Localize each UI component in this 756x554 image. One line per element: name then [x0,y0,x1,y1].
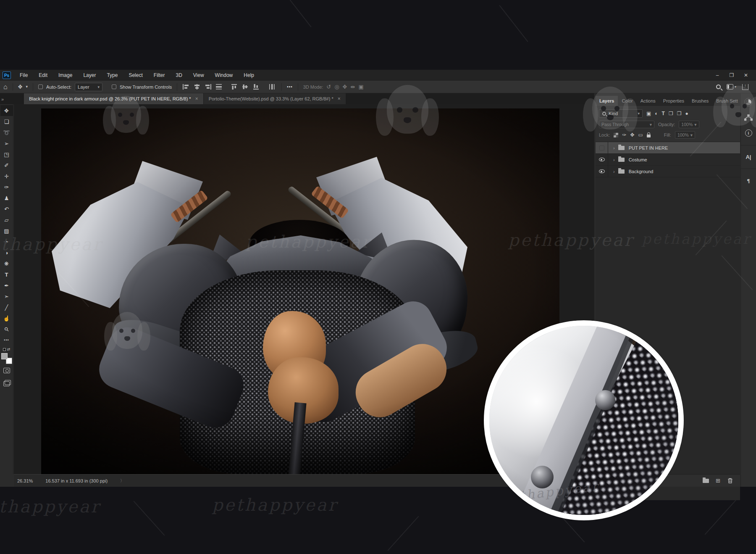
close-button[interactable]: ✕ [740,72,752,78]
lock-artboard-icon[interactable]: ▭ [638,132,643,138]
tab-overflow-chevron[interactable]: » [0,97,5,104]
align-bottom-edges-icon[interactable] [253,84,260,90]
menu-filter[interactable]: Filter [148,72,171,78]
tab-layers[interactable]: Layers [596,96,618,106]
threed-orbit-icon[interactable]: ↺ [326,84,331,90]
lock-transparency-icon[interactable] [614,133,618,137]
pen-tool[interactable]: ✒ [0,280,13,291]
zoom-level[interactable]: 26.31% [17,478,33,483]
eyedropper-tool[interactable]: ✐ [0,160,13,171]
sponge-tool[interactable]: ❋ [0,258,13,269]
lock-all-icon[interactable] [647,135,651,137]
color-wheel-icon[interactable] [745,98,752,106]
healing-brush-tool[interactable]: ✛ [0,171,13,182]
dodge-tool[interactable]: ◑ [0,247,13,258]
new-group-button[interactable] [703,479,709,483]
tab-brush-settings[interactable]: Brush Sett [712,96,741,106]
menu-layer[interactable]: Layer [78,72,101,78]
history-brush-tool[interactable]: ↶ [0,203,13,214]
swap-colors-icon[interactable]: ⇄ [3,347,10,351]
align-vertical-centers-icon[interactable] [242,84,249,90]
rectangular-marquee-tool[interactable]: ❏ [0,116,13,127]
opacity-value[interactable]: 100% ▾ [679,121,699,128]
search-icon[interactable] [716,84,721,89]
brush-tool[interactable]: ✑ [0,182,13,193]
new-layer-button[interactable]: ⊞ [716,477,720,484]
tab-color[interactable]: Color [618,96,636,106]
fill-value[interactable]: 100% ▾ [675,131,695,139]
filter-smart-objects-icon[interactable]: ❐ [677,111,682,116]
menu-window[interactable]: Window [210,72,239,78]
zoom-tool[interactable]: ⚲ [0,324,13,335]
menu-edit[interactable]: Edit [33,72,53,78]
threed-slide-icon[interactable]: ⇹ [351,84,355,90]
hand-tool[interactable]: ☝ [0,313,13,324]
layer-row-costume[interactable]: › Costume [596,154,740,166]
home-icon[interactable]: ⌂ [3,84,8,90]
lasso-tool[interactable]: ➰ [0,127,13,138]
paths-anchor-icon[interactable] [744,114,753,121]
quick-mask-button[interactable] [0,365,13,376]
align-horizontal-centers-icon[interactable] [193,84,201,90]
crop-tool[interactable]: ◳ [0,149,13,160]
character-panel-icon[interactable]: A| [746,154,751,160]
visibility-toggle[interactable] [596,154,608,165]
show-transform-checkbox[interactable] [112,84,116,89]
blur-tool[interactable]: ◔ [0,236,13,247]
visibility-toggle[interactable] [596,166,608,177]
document-image[interactable] [41,108,559,474]
menu-3d[interactable]: 3D [170,72,187,78]
tab-properties[interactable]: Properties [659,96,688,106]
edit-toolbar-button[interactable]: ••• [0,335,13,346]
clone-stamp-tool[interactable]: ♟ [0,193,13,203]
layer-filter-kind-dropdown[interactable]: Kind ▾ [599,109,643,118]
close-icon[interactable]: × [195,96,198,102]
info-panel-icon[interactable]: i [745,129,752,137]
type-tool[interactable]: T [0,269,13,280]
move-tool[interactable]: ✥ [0,105,13,116]
menu-type[interactable]: Type [101,72,123,78]
document-tab-active[interactable]: Black knight prince in dark armour.psd @… [24,93,203,104]
menu-image[interactable]: Image [53,72,78,78]
paragraph-panel-icon[interactable]: ¶ [747,177,750,184]
blend-mode-dropdown[interactable]: Pass Through ▾ [599,121,654,128]
chevron-right-icon[interactable]: › [613,169,615,174]
tab-brushes[interactable]: Brushes [688,96,712,106]
color-swatches[interactable] [1,353,12,364]
distribute-horizontal-icon[interactable] [215,84,223,90]
gradient-tool[interactable]: ▨ [0,225,13,236]
eraser-tool[interactable]: ▱ [0,214,13,225]
menu-select[interactable]: Select [123,72,148,78]
default-colors-icon[interactable] [3,348,6,351]
chevron-right-icon[interactable]: › [613,157,615,162]
align-top-edges-icon[interactable] [231,84,239,90]
lock-paint-icon[interactable]: ✑ [622,132,626,138]
filter-pixel-layers-icon[interactable]: ▣ [646,111,651,116]
menu-help[interactable]: Help [238,72,260,78]
threed-roll-icon[interactable]: ◎ [334,84,339,90]
auto-select-target-dropdown[interactable]: Layer ▾ [75,83,102,91]
screen-mode-button[interactable] [0,378,13,389]
chevron-down-icon[interactable]: ▾ [26,85,28,89]
share-icon[interactable]: ↑ [742,84,748,90]
lock-position-icon[interactable]: ✥ [630,132,634,138]
workspace-icon[interactable] [727,84,733,90]
restore-button[interactable]: ❐ [726,72,738,78]
distribute-vertical-icon[interactable] [269,84,276,90]
minimize-button[interactable]: – [711,72,723,78]
status-chevron-icon[interactable]: 〉 [120,478,124,484]
filter-adjustment-layers-icon[interactable]: ◐ [655,111,658,116]
align-left-edges-icon[interactable] [182,84,190,90]
object-selection-tool[interactable]: ➢ [0,138,13,149]
tab-actions[interactable]: Actions [637,96,659,106]
chevron-right-icon[interactable]: › [613,145,615,150]
layer-row-put-pet-in-here[interactable]: › PUT PET IN HERE [596,142,740,154]
visibility-toggle[interactable] [596,142,608,153]
filter-toggle-icon[interactable]: ● [685,111,688,116]
more-options-icon[interactable]: ••• [287,85,293,89]
threed-pan-icon[interactable]: ✥ [343,84,347,90]
foreground-color-swatch[interactable] [1,353,8,359]
close-icon[interactable]: × [338,96,341,102]
layer-row-background[interactable]: › Background [596,166,740,177]
filter-type-layers-icon[interactable]: T [662,111,665,116]
